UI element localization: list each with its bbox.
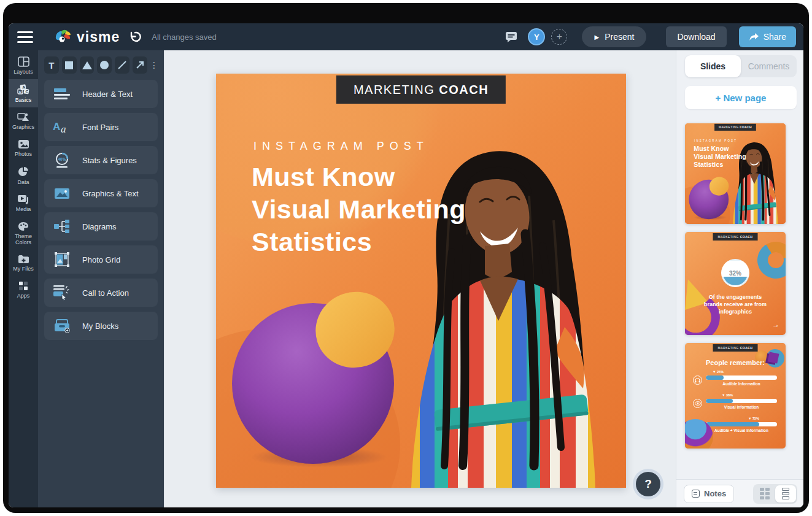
more-tools-button[interactable]: ⋮: [150, 60, 158, 70]
play-icon: ▶: [594, 34, 599, 40]
basics-icon: A B C: [17, 84, 29, 95]
editor-area: MARKETINGCOACH INSTAGRAM POST Must Know …: [164, 50, 676, 507]
present-button[interactable]: ▶ Present: [582, 26, 646, 47]
block-item-diagrams[interactable]: Diagrams: [44, 212, 158, 241]
block-item-photo-grid[interactable]: Photo Grid: [44, 245, 158, 274]
left-nav-rail: Layouts A B C Basics Graphics Photos: [9, 50, 38, 507]
basics-panel: T ⋮ Header & Text Aa Font Pairs 40% Stat…: [38, 50, 164, 507]
marketing-coach-badge: MARKETING COACH: [713, 233, 758, 241]
stat-bar-row: ▼ 25% Audible Information: [685, 370, 786, 393]
share-button[interactable]: Share: [739, 26, 796, 47]
my-files-icon: [18, 255, 29, 264]
block-item-call-to-action[interactable]: Call to Action: [44, 279, 158, 307]
graphics-text-icon: [53, 187, 71, 200]
list-view-button[interactable]: [775, 485, 796, 503]
block-item-my-blocks[interactable]: My Blocks: [44, 312, 158, 340]
undo-icon: [128, 31, 142, 43]
sidebar-item-graphics[interactable]: Graphics: [9, 107, 38, 134]
font-pairs-icon: Aa: [52, 120, 72, 134]
marketing-coach-badge[interactable]: MARKETINGCOACH: [714, 124, 756, 131]
notes-icon: [692, 490, 700, 498]
layouts-icon: [18, 56, 29, 67]
circle-icon: [100, 61, 109, 69]
sidebar-item-data[interactable]: Data: [9, 161, 38, 190]
add-collaborator-button[interactable]: +: [551, 29, 567, 45]
photo-grid-icon: [53, 252, 71, 268]
slide-3-heading: People remember:: [685, 359, 786, 366]
save-status: All changes saved: [152, 33, 217, 42]
text-tool-button[interactable]: T: [44, 56, 59, 74]
design-canvas: MARKETINGCOACH INSTAGRAM POST Must Know …: [685, 123, 786, 224]
eyebrow-text[interactable]: INSTAGRAM POST: [694, 140, 737, 143]
sidebar-item-layouts[interactable]: Layouts: [9, 52, 38, 79]
slide-2-caption: Of the engagements brands receive are fr…: [685, 293, 786, 315]
sidebar-item-my-files[interactable]: My Files: [9, 250, 38, 276]
canvas-title[interactable]: Must Know Visual Marketing Statistics: [252, 161, 466, 258]
slide-1-preview: MARKETINGCOACH INSTAGRAM POST Must Know …: [685, 123, 786, 224]
line-tool-button[interactable]: [115, 56, 130, 74]
slide-thumbnail-1[interactable]: MARKETINGCOACH INSTAGRAM POST Must Know …: [685, 123, 786, 224]
top-bar: visme All changes saved Y + ▶ Pr: [9, 23, 803, 50]
headphones-icon: [693, 375, 702, 385]
square-icon: [65, 61, 73, 69]
sidebar-item-apps[interactable]: Apps: [9, 276, 38, 303]
marketing-coach-badge[interactable]: MARKETINGCOACH: [336, 75, 506, 104]
eyebrow-text[interactable]: INSTAGRAM POST: [253, 140, 429, 153]
next-arrow-icon: →: [772, 320, 779, 329]
svg-text:40%: 40%: [58, 157, 66, 161]
comments-button[interactable]: [505, 31, 518, 43]
sidebar-item-media[interactable]: Media: [9, 190, 38, 217]
stat-bar-row: ▼ 38% Visual Information: [685, 393, 786, 417]
new-page-button[interactable]: + New page: [685, 86, 797, 109]
slide-thumbnail-3[interactable]: MARKETING COACH People remember: ▼ 25% A…: [685, 343, 786, 449]
square-tool-button[interactable]: [62, 56, 77, 74]
svg-text:B: B: [19, 90, 22, 94]
visme-app: visme All changes saved Y + ▶ Pr: [9, 23, 803, 507]
tab-slides[interactable]: Slides: [685, 55, 741, 77]
marketing-coach-badge: MARKETING COACH: [713, 344, 758, 352]
apps-icon: [18, 281, 28, 291]
slides-panel-scroll[interactable]: Slides Comments + New page: [676, 50, 803, 479]
data-icon: [18, 166, 29, 177]
tab-comments[interactable]: Comments: [741, 55, 797, 77]
block-item-header-text[interactable]: Header & Text: [44, 80, 158, 108]
diagrams-icon: [53, 219, 71, 234]
header-text-icon: [53, 87, 71, 101]
design-canvas[interactable]: MARKETINGCOACH INSTAGRAM POST Must Know …: [216, 74, 626, 488]
eye-icon: [693, 399, 702, 408]
share-arrow-icon: [749, 33, 759, 42]
grid-view-button[interactable]: [754, 485, 775, 503]
ellipse-tool-button[interactable]: [97, 56, 112, 74]
triangle-tool-button[interactable]: [80, 56, 95, 74]
download-button[interactable]: Download: [666, 26, 726, 47]
slides-panel-footer: Notes: [676, 479, 803, 507]
block-item-stats-figures[interactable]: 40% Stats & Figures: [44, 146, 158, 174]
help-button[interactable]: ?: [636, 472, 660, 496]
block-item-graphics-text[interactable]: Graphics & Text: [44, 179, 158, 207]
list-view-icon: [782, 488, 789, 499]
shape-toolbar: T ⋮: [44, 56, 158, 74]
graphics-icon: [17, 112, 29, 122]
window-frame: visme All changes saved Y + ▶ Pr: [3, 3, 809, 513]
stats-figures-icon: 40%: [54, 152, 70, 168]
canvas-title[interactable]: Must Know Visual Marketing Statistics: [694, 145, 746, 169]
slide-thumbnail-2[interactable]: MARKETING COACH 32% Of the engagements b…: [685, 232, 786, 335]
sidebar-item-photos[interactable]: Photos: [9, 134, 38, 161]
undo-button[interactable]: [128, 31, 142, 43]
visme-logo[interactable]: visme: [54, 29, 120, 45]
sidebar-item-theme-colors[interactable]: Theme Colors: [9, 217, 38, 250]
sidebar-item-basics[interactable]: A B C Basics: [9, 79, 38, 107]
svg-text:a: a: [61, 123, 66, 134]
slides-panel: Slides Comments + New page: [676, 50, 803, 507]
view-toggle: [753, 484, 797, 504]
hamburger-menu-icon[interactable]: [17, 28, 38, 46]
notes-button[interactable]: Notes: [684, 485, 734, 503]
torus-graphic: [755, 239, 786, 281]
logo-wordmark: visme: [77, 29, 120, 45]
visme-logo-icon: [54, 29, 72, 45]
media-icon: [17, 194, 29, 204]
arrow-tool-button[interactable]: [133, 56, 147, 74]
block-item-font-pairs[interactable]: Aa Font Pairs: [44, 113, 158, 141]
theme-colors-icon: [18, 221, 29, 231]
user-avatar[interactable]: Y: [528, 28, 545, 45]
